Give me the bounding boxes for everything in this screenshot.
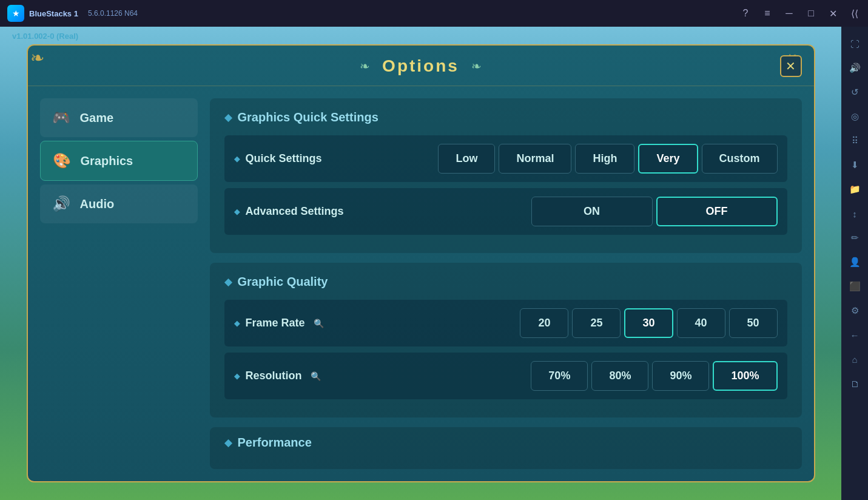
camera-icon[interactable]: ◎ (844, 106, 866, 127)
sidebar-item-game-label: Game (80, 111, 114, 125)
resolution-70-button[interactable]: 70% (531, 361, 588, 391)
volume-icon[interactable]: 🔊 (844, 57, 866, 79)
minimize-button[interactable]: ─ (783, 8, 795, 19)
quick-settings-low-button[interactable]: Low (438, 144, 495, 174)
sidebar-item-audio-label: Audio (80, 197, 115, 211)
frame-rate-25-button[interactable]: 25 (572, 308, 621, 338)
audio-icon: 🔊 (52, 195, 70, 212)
frame-rate-label: ◆ Frame Rate 🔍 (234, 317, 355, 329)
resolution-buttons: 70% 80% 90% 100% (531, 361, 777, 391)
advanced-settings-off-button[interactable]: OFF (656, 197, 778, 226)
app-version: 5.6.0.1126 N64 (88, 9, 138, 18)
frame-rate-50-button[interactable]: 50 (729, 308, 778, 338)
folder-icon[interactable]: 📁 (844, 178, 866, 200)
maximize-button[interactable]: □ (805, 8, 817, 19)
modal-close-button[interactable]: ✕ (780, 55, 802, 77)
titlebar: ★ BlueStacks 1 5.6.0.1126 N64 ? ≡ ─ □ ✕ … (0, 0, 868, 27)
frame-rate-label-icon: ◆ (234, 319, 240, 328)
quick-settings-buttons: Low Normal High Very Custom (438, 144, 777, 174)
frame-rate-30-button[interactable]: 30 (624, 308, 673, 338)
advanced-settings-row: ◆ Advanced Settings ON OFF (224, 188, 787, 235)
file-icon[interactable]: 🗋 (844, 373, 866, 394)
app-name: BlueStacks 1 (29, 9, 78, 18)
account-icon[interactable]: 👤 (844, 251, 866, 273)
resolution-row: ◆ Resolution 🔍 70% 80% 90% 100% (224, 353, 787, 399)
right-sidebar: ⛶ 🔊 ↺ ◎ ⠿ ⬇ 📁 ↕ ✏ 👤 ⬛ ⚙ ← ⌂ 🗋 (841, 0, 868, 500)
modal-body: 🎮 Game 🎨 Graphics 🔊 Audio ◆ (28, 86, 814, 481)
fullscreen-icon[interactable]: ⛶ (844, 33, 866, 55)
performance-diamond-icon: ◆ (224, 437, 232, 448)
download-icon[interactable]: ⬇ (844, 154, 866, 176)
quick-settings-label-icon: ◆ (234, 155, 240, 163)
resolution-label: ◆ Resolution 🔍 (234, 370, 355, 382)
resolution-100-button[interactable]: 100% (713, 361, 777, 391)
header-decoration: ❧ Options ❧ (52, 56, 790, 76)
quick-settings-custom-button[interactable]: Custom (702, 144, 778, 174)
resolution-info-icon[interactable]: 🔍 (311, 371, 321, 381)
resolution-80-button[interactable]: 80% (591, 361, 648, 391)
quick-settings-section-title: ◆ Graphics Quick Settings (224, 110, 787, 124)
quick-settings-normal-button[interactable]: Normal (499, 144, 571, 174)
graphic-quality-diamond-icon: ◆ (224, 276, 232, 288)
home-icon[interactable]: ⌂ (844, 348, 866, 370)
frame-rate-20-button[interactable]: 20 (520, 308, 568, 338)
modal-header: ❧ Options ❧ ✕ (28, 46, 814, 86)
close-window-button[interactable]: ✕ (827, 8, 839, 19)
options-modal: ❧ ❧ ❧ Options ❧ ✕ 🎮 Game 🎨 Graphics (27, 44, 815, 482)
quick-settings-section: ◆ Graphics Quick Settings ◆ Quick Settin… (210, 98, 802, 253)
performance-section-title: ◆ Performance (224, 436, 787, 450)
rotate-icon[interactable]: ↺ (844, 81, 866, 103)
game-icon: 🎮 (52, 109, 70, 126)
sidebar-item-game[interactable]: 🎮 Game (40, 98, 198, 137)
window-controls: ? ≡ ─ □ ✕ ⟨⟨ (739, 8, 861, 19)
apps-icon[interactable]: ⠿ (844, 130, 866, 152)
edit-icon[interactable]: ✏ (844, 227, 866, 249)
frame-rate-info-icon[interactable]: 🔍 (314, 319, 324, 328)
floral-right-icon: ❧ (471, 59, 482, 73)
back-nav-icon[interactable]: ← (844, 324, 866, 346)
sidebar-item-graphics-label: Graphics (81, 154, 133, 168)
advanced-settings-on-button[interactable]: ON (531, 197, 653, 226)
frame-rate-buttons: 20 25 30 40 50 (520, 308, 777, 338)
nav-sidebar: 🎮 Game 🎨 Graphics 🔊 Audio (40, 98, 198, 469)
modal-title: Options (382, 56, 459, 76)
graphic-quality-section: ◆ Graphic Quality ◆ Frame Rate 🔍 20 25 (210, 263, 802, 417)
modal-overlay: ❧ ❧ ❧ Options ❧ ✕ 🎮 Game 🎨 Graphics (0, 27, 841, 500)
performance-section: ◆ Performance (210, 427, 802, 469)
main-content: ◆ Graphics Quick Settings ◆ Quick Settin… (210, 98, 802, 469)
resize-icon[interactable]: ↕ (844, 203, 866, 225)
help-button[interactable]: ? (739, 8, 752, 19)
resolution-label-icon: ◆ (234, 372, 240, 380)
graphic-quality-section-title: ◆ Graphic Quality (224, 275, 787, 289)
quick-settings-high-button[interactable]: High (575, 144, 634, 174)
quick-settings-row: ◆ Quick Settings Low Normal High Very Cu… (224, 135, 787, 182)
floral-left-icon: ❧ (360, 59, 370, 73)
graphics-icon: 🎨 (53, 152, 71, 169)
advanced-settings-label: ◆ Advanced Settings (234, 205, 355, 218)
resolution-90-button[interactable]: 90% (652, 361, 709, 391)
quick-settings-diamond-icon: ◆ (224, 112, 232, 123)
layers-icon[interactable]: ⬛ (844, 275, 866, 297)
frame-rate-40-button[interactable]: 40 (677, 308, 725, 338)
advanced-settings-label-icon: ◆ (234, 208, 240, 216)
quick-settings-label: ◆ Quick Settings (234, 152, 355, 165)
sidebar-item-audio[interactable]: 🔊 Audio (40, 184, 198, 223)
frame-rate-row: ◆ Frame Rate 🔍 20 25 30 40 50 (224, 300, 787, 346)
quick-settings-very-button[interactable]: Very (638, 144, 698, 174)
menu-button[interactable]: ≡ (761, 8, 773, 19)
settings-icon[interactable]: ⚙ (844, 300, 866, 322)
app-logo: ★ (7, 5, 24, 22)
advanced-settings-buttons: ON OFF (531, 197, 778, 226)
sidebar-item-graphics[interactable]: 🎨 Graphics (40, 141, 198, 181)
back-button[interactable]: ⟨⟨ (849, 8, 861, 19)
